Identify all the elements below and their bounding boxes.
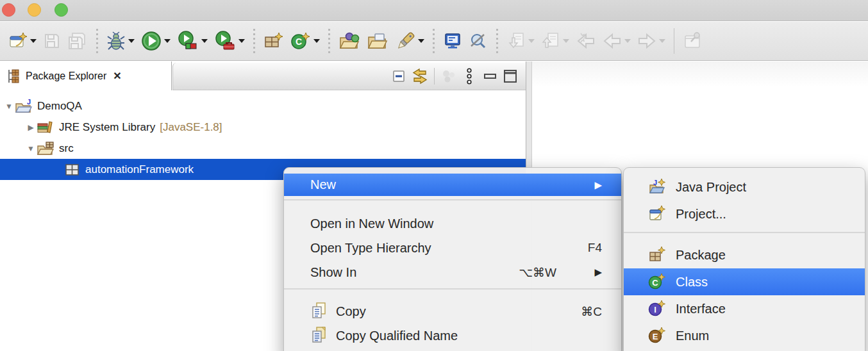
toolbar-separator [328,29,330,53]
submenu-arrow-icon: ▶ [585,266,602,278]
new-wizard-dropdown-icon[interactable] [30,39,37,43]
last-edit-location-icon [469,31,488,51]
project-tree: ▼ J DemoQA ▶ [0,90,526,180]
new-java-package-button[interactable] [262,28,285,54]
link-with-editor-button[interactable] [410,67,430,86]
forward-button[interactable] [636,28,667,54]
run-external-tools-button[interactable] [213,28,246,54]
submenu-item-java-project[interactable]: J Java Project [624,174,865,200]
last-edit-location-button[interactable] [467,28,489,54]
context-menu: New ▶ Open in New Window Open Type Hiera… [283,167,622,351]
menu-item-copy[interactable]: Copy ⌘C [284,299,621,323]
forward-dropdown-icon [659,39,665,43]
open-resource-button[interactable] [365,28,390,54]
save-icon [43,32,61,50]
svg-text:C: C [296,37,302,47]
source-folder-icon [37,141,54,156]
highlight-button[interactable] [394,28,426,54]
previous-annotation-button[interactable] [574,28,597,54]
export-button[interactable] [540,28,571,54]
collapse-all-button[interactable] [389,67,410,86]
open-task-icon [338,31,360,51]
view-toolbar-separator [434,68,435,85]
submenu-item-interface[interactable]: I Interface [624,295,865,322]
save-all-button[interactable] [66,28,89,54]
minimize-window-button[interactable] [28,3,41,17]
toolbar-separator [433,29,435,53]
new-package-icon [648,246,666,264]
collapse-arrow-icon[interactable]: ▼ [25,144,37,153]
open-task-button[interactable] [337,28,362,54]
tree-item-qualifier: [JavaSE-1.8] [160,121,222,134]
new-enum-icon: E [648,327,666,345]
coverage-icon [177,31,199,51]
svg-text:J: J [27,99,31,106]
tree-item-label: automationFramework [85,163,194,176]
tree-row-src[interactable]: ▼ src [0,138,526,159]
java-project-icon: J [15,99,33,114]
close-view-icon[interactable]: ✕ [113,70,121,82]
toolbar-separator [674,28,674,54]
import-dropdown-icon [528,39,535,43]
new-java-class-dropdown-icon[interactable] [313,39,320,43]
package-explorer-icon [6,69,21,84]
import-button[interactable] [505,28,536,54]
tab-package-explorer[interactable]: Package Explorer ✕ [0,61,172,90]
svg-text:I: I [654,305,656,314]
debug-button[interactable] [105,28,136,54]
new-java-package-icon [263,31,284,51]
debug-dropdown-icon[interactable] [128,39,135,43]
run-dropdown-icon[interactable] [164,39,171,43]
menu-item-open-in-new-window[interactable]: Open in New Window [284,211,621,236]
view-menu-icon [464,67,474,85]
open-console-icon [443,31,462,51]
submenu-item-enum[interactable]: E Enum [624,322,865,349]
open-resource-icon [367,31,388,51]
focus-button[interactable] [438,67,459,86]
run-external-tools-dropdown-icon[interactable] [238,39,245,43]
close-window-button[interactable] [2,3,15,17]
tree-row-demoqa[interactable]: ▼ J DemoQA [0,95,526,117]
run-icon [141,31,162,51]
collapse-arrow-icon[interactable]: ▼ [3,102,15,111]
package-explorer-header: Package Explorer ✕ [0,61,526,90]
minimize-view-icon [481,68,498,85]
copy-icon [310,302,330,321]
back-button[interactable] [601,28,632,54]
shortcut-label: ⌥⌘W [519,265,556,280]
view-title: Package Explorer [26,70,106,82]
collapse-all-icon [392,69,407,84]
submenu-item-package[interactable]: Package [624,241,865,268]
zoom-window-button[interactable] [54,3,68,17]
submenu-item-class[interactable]: C Class [624,268,865,295]
pin-editor-button[interactable] [681,28,705,54]
open-console-button[interactable] [442,28,463,54]
menu-item-copy-qualified-name[interactable]: Copy Qualified Name [284,323,621,348]
menu-item-new[interactable]: New ▶ [284,174,621,196]
menu-separator [284,288,621,290]
tree-row-jre-system-library[interactable]: ▶ JRE System Library [JavaSE-1.8] [0,117,526,138]
export-dropdown-icon [563,39,569,43]
back-icon [603,32,622,50]
coverage-button[interactable] [176,28,209,54]
submenu-item-project[interactable]: Project... [624,200,865,227]
forward-icon [637,32,656,50]
new-project-icon [648,205,666,223]
new-wizard-button[interactable] [7,28,38,54]
run-button[interactable] [140,28,172,54]
new-java-class-button[interactable]: C [289,28,321,54]
menu-item-open-type-hierarchy[interactable]: Open Type Hierarchy F4 [284,236,621,260]
minimize-view-button[interactable] [480,67,500,86]
highlight-dropdown-icon[interactable] [418,39,424,43]
view-menu-button[interactable] [459,67,480,86]
maximize-view-button[interactable] [500,67,521,86]
jre-library-icon [37,120,54,135]
expand-arrow-icon[interactable]: ▶ [25,123,37,132]
tree-item-label: JRE System Library [59,121,155,134]
toolbar-separator [253,29,255,53]
coverage-dropdown-icon[interactable] [201,39,208,43]
highlight-icon [395,31,415,51]
shortcut-label: F4 [588,241,602,255]
save-button[interactable] [42,28,62,54]
menu-item-show-in[interactable]: Show In ⌥⌘W ▶ [284,260,621,284]
